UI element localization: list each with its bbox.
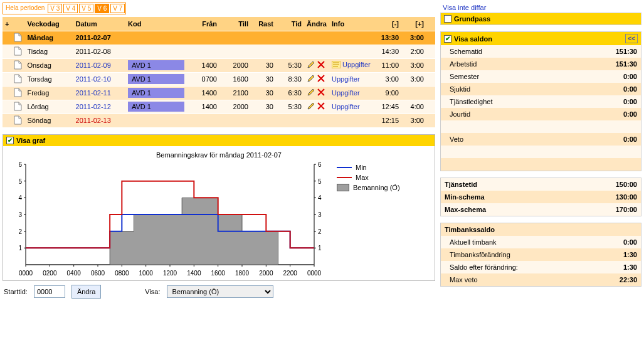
cell-to [219,114,251,127]
staffing-chart: 1122334455660000020004000600080010001200… [7,161,333,280]
svg-text:4: 4 [318,194,322,201]
visa-select[interactable]: Bemanning (Ö) [167,285,273,298]
saldon-header[interactable]: ✔ Visa saldon << [441,32,641,45]
kv-val: 1:30 [593,248,641,261]
cell-minus: 11:00 [376,58,401,72]
cell-day: Måndag [24,31,73,45]
svg-text:1200: 1200 [163,270,177,277]
info-link[interactable]: Uppgifter [332,89,360,97]
cell-date[interactable]: 2011-02-11 [76,89,111,97]
kv-row: Veto0:00 [441,133,641,146]
kv-row: Arbetstid151:30 [441,58,641,70]
kv-row: Semester0:00 [441,70,641,83]
col-rast: Rast [251,17,276,31]
delete-icon[interactable] [317,75,325,83]
cell-date[interactable]: 2011-02-12 [76,103,111,110]
grundpass-label: Grundpass [454,15,490,23]
cell-plus: 2:00 [401,45,426,58]
tab-v4[interactable]: V 4 [63,4,78,13]
andra-button[interactable]: Ändra [71,285,101,299]
table-row[interactable]: Onsdag2011-02-09AVD 114002000305:30 Uppg… [3,58,435,72]
visa-label: Visa: [145,288,160,295]
cell-kod[interactable]: AVD 1 [128,74,184,84]
edit-icon[interactable] [307,60,315,70]
svg-text:3: 3 [18,211,22,218]
starttid-input[interactable] [34,285,65,298]
kv-row [441,120,641,133]
table-row[interactable]: Söndag2011-02-1312:153:00 [3,114,435,127]
cell-info: Uppgifter [329,58,376,72]
grundpass-checkbox-icon[interactable]: ✔ [444,15,451,23]
table-row[interactable]: Fredag2011-02-11AVD 114002100306:30 Uppg… [3,86,435,100]
kv-val: 170:00 [566,203,641,216]
cell-rast: 30 [251,72,276,86]
table-row[interactable]: Måndag2011-02-0713:303:00 [3,31,435,45]
tab-v6[interactable]: V 6 [95,4,109,13]
kv-key: Tjänstetid [441,178,566,191]
kv-row: Max veto22:30 [441,273,641,286]
svg-text:6: 6 [318,161,322,168]
cell-edit [304,31,329,45]
kv-key: Schematid [441,45,572,58]
cell-date: 2011-02-07 [76,34,111,41]
tab-whole-period[interactable]: Hela perioden [4,4,46,13]
edit-icon[interactable] [307,74,315,84]
cell-kod[interactable]: AVD 1 [128,102,184,112]
svg-text:1: 1 [318,245,322,252]
cell-rast [251,114,276,127]
page-icon [14,46,22,57]
cell-rast [251,45,276,58]
cell-date[interactable]: 2011-02-10 [76,75,111,83]
note-icon[interactable] [332,61,340,70]
table-row[interactable]: Lördag2011-02-12AVD 114002000305:30 Uppg… [3,100,435,114]
kv-val [572,146,641,158]
svg-text:0400: 0400 [67,270,82,277]
kv-key: Arbetstid [441,58,572,70]
cell-date[interactable]: 2011-02-09 [76,61,111,69]
page-icon [14,74,22,85]
kv-val: 151:30 [572,58,641,70]
legend-min: Min [356,164,367,171]
kv-key [441,120,572,133]
graph-panel-header[interactable]: ✔ Visa graf [3,135,435,146]
graph-controls: Starttid: Ändra Visa: Bemanning (Ö) [3,281,435,299]
info-link[interactable]: Uppgifter [342,61,371,68]
cell-plus: 3:00 [401,114,426,127]
svg-text:3: 3 [318,211,322,218]
edit-icon[interactable] [307,102,315,112]
saldon-checkbox-icon[interactable]: ✔ [444,35,451,43]
kv-row: Jourtid0:00 [441,108,641,120]
page-icon [14,115,22,126]
edit-icon[interactable] [307,88,315,98]
page-icon [14,33,22,43]
kv-val: 150:00 [566,178,641,191]
timbank-table: Timbankssaldo Aktuell timbank0:00Timbank… [441,223,641,286]
cell-kod[interactable]: AVD 1 [128,60,184,70]
tab-v5[interactable]: V 5 [79,4,93,13]
table-row[interactable]: Torsdag2011-02-10AVD 107001600308:30 Upp… [3,72,435,86]
table-row[interactable]: Tisdag2011-02-0814:302:00 [3,45,435,58]
delete-icon[interactable] [317,102,325,111]
grundpass-header[interactable]: ✔ Grundpass [441,13,641,24]
cell-from: 1400 [188,58,219,72]
cell-kod[interactable]: AVD 1 [128,88,184,98]
col-date: Datum [73,17,125,31]
col-icon [11,17,24,31]
col-kod: Kod [125,17,188,31]
delete-icon[interactable] [317,88,325,97]
toggle-diffs-link[interactable]: Visa inte diffar [440,3,641,13]
kv-row: Schematid151:30 [441,45,641,58]
graph-title: Bemanningskrav för måndag 2011-02-07 [7,151,431,159]
svg-text:6: 6 [18,161,22,168]
kv-row [441,146,641,158]
tab-v7[interactable]: V 7 [110,4,125,13]
col-add[interactable]: + [3,17,11,31]
info-link[interactable]: Uppgifter [332,75,360,83]
collapse-button[interactable]: << [625,34,638,43]
tab-v3[interactable]: V 3 [48,4,62,13]
info-link[interactable]: Uppgifter [332,103,360,110]
svg-text:1: 1 [18,245,22,252]
cell-edit [304,58,329,72]
graph-checkbox-icon[interactable]: ✔ [6,137,14,144]
delete-icon[interactable] [317,61,325,70]
